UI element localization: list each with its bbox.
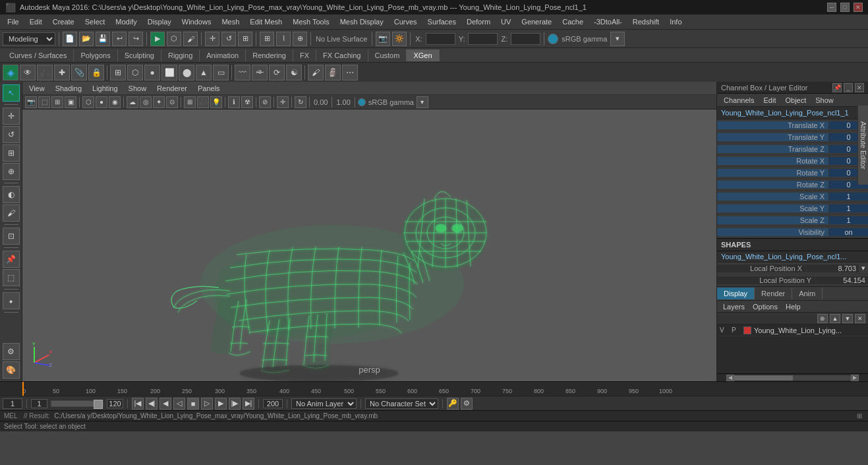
lt-region-btn[interactable]: ⬚: [3, 269, 20, 286]
ch-object-menu[interactable]: Object: [781, 95, 810, 106]
shelf-wave-btn[interactable]: 〰: [235, 65, 250, 80]
char-set-select[interactable]: No Character Set: [365, 398, 438, 409]
scrollbar-thumb[interactable]: [734, 375, 793, 381]
lm-options[interactable]: Options: [749, 302, 781, 311]
scrollbar-track[interactable]: [734, 375, 851, 381]
cb-pin-btn[interactable]: 📌: [832, 83, 842, 92]
playback-range-bar[interactable]: [51, 400, 103, 407]
tab-polygons[interactable]: Polygons: [74, 49, 117, 61]
vp-manip-btn[interactable]: ✛: [277, 96, 289, 108]
vp-light-btn[interactable]: 💡: [210, 96, 222, 108]
local-pos-x-value[interactable]: 8.703: [806, 264, 859, 272]
pb-go-end-btn[interactable]: ▶|: [243, 398, 254, 410]
shelf-bend-btn[interactable]: ⟳: [269, 65, 285, 80]
ipr-render-btn[interactable]: 🔆: [392, 32, 407, 46]
vp-shading-menu[interactable]: Shading: [51, 84, 86, 93]
menu-cache[interactable]: Cache: [558, 16, 588, 27]
playback-range-thumb[interactable]: [94, 400, 103, 409]
redo-btn[interactable]: ↪: [129, 32, 143, 46]
vp-refresh-btn[interactable]: ↻: [295, 96, 306, 108]
select-tool-btn[interactable]: ▶: [150, 32, 165, 46]
pb-stop-btn[interactable]: ■: [187, 398, 199, 410]
menu-display[interactable]: Display: [143, 16, 176, 27]
workspace-selector[interactable]: Modeling: [3, 32, 55, 46]
menu-select[interactable]: Select: [80, 16, 110, 27]
lt-universal-btn[interactable]: ⊕: [3, 163, 20, 180]
shelf-plane-btn[interactable]: ▭: [213, 65, 229, 80]
pb-next-frame-btn[interactable]: ▶: [215, 398, 227, 410]
vp-panels-menu[interactable]: Panels: [194, 84, 224, 93]
shelf-twist-btn[interactable]: ☯: [286, 65, 302, 80]
undo-btn[interactable]: ↩: [112, 32, 127, 46]
shelf-grid-btn[interactable]: ⊞: [110, 65, 126, 80]
menu-create[interactable]: Create: [48, 16, 79, 27]
lt-move-btn[interactable]: ✛: [3, 108, 20, 125]
lt-rotate-btn[interactable]: ↺: [3, 126, 20, 143]
menu-mesh-tools[interactable]: Mesh Tools: [288, 16, 333, 27]
snap-grid-btn[interactable]: ⊞: [260, 32, 274, 46]
move-tool-btn[interactable]: ✛: [205, 32, 219, 46]
tab-animation[interactable]: Animation: [200, 49, 246, 61]
scale-y-value[interactable]: 1: [828, 204, 868, 212]
anim-layer-select[interactable]: No Anim Layer: [291, 398, 357, 409]
local-pos-y-value[interactable]: 54.154: [815, 276, 868, 284]
shelf-deform-btn[interactable]: ⬲: [252, 65, 268, 80]
pb-prev-key-btn[interactable]: ◀|: [146, 398, 158, 410]
vp-renderer-menu[interactable]: Renderer: [153, 84, 191, 93]
shelf-cube-btn[interactable]: ⬜: [161, 65, 177, 80]
menu-deform[interactable]: Deform: [462, 16, 495, 27]
layer-color-swatch[interactable]: [743, 326, 751, 334]
pb-play-fwd-btn[interactable]: ▷: [201, 398, 213, 410]
y-input[interactable]: [468, 33, 498, 45]
layer-new-btn[interactable]: ⊕: [817, 314, 828, 323]
menu-3dto[interactable]: -3DtoAll-: [589, 16, 627, 27]
vp-gate-mask-btn[interactable]: ▣: [65, 96, 76, 108]
pb-go-start-btn[interactable]: |◀: [132, 398, 144, 410]
tab-fx[interactable]: FX: [293, 49, 316, 61]
render-view-btn[interactable]: 📷: [376, 32, 390, 46]
channel-box-scrollbar[interactable]: ◀ ▶: [717, 373, 868, 381]
lm-help[interactable]: Help: [782, 302, 804, 311]
timeline-ticks[interactable]: 0 50 100 150 200 250 300 350 400 450 500…: [0, 382, 868, 396]
pb-prev-frame-btn[interactable]: ◀: [159, 398, 171, 410]
shelf-eye-btn[interactable]: 👁: [20, 65, 36, 80]
vp-show-menu[interactable]: Show: [125, 84, 151, 93]
vp-view-menu[interactable]: View: [25, 84, 49, 93]
cb-minimize-btn[interactable]: _: [844, 83, 853, 92]
anim-end-input[interactable]: [263, 399, 283, 408]
tab-rendering[interactable]: Rendering: [246, 49, 293, 61]
vp-wireframe-btn[interactable]: ⬡: [82, 96, 94, 108]
lt-paint-btn[interactable]: 🖌: [3, 204, 20, 222]
snap-point-btn[interactable]: ⊕: [293, 32, 307, 46]
lasso-select-btn[interactable]: ⬡: [167, 32, 181, 46]
shelf-add-btn[interactable]: ✚: [54, 65, 70, 80]
ch-show-menu[interactable]: Show: [811, 95, 838, 106]
tab-custom[interactable]: Custom: [368, 49, 407, 61]
z-input[interactable]: [511, 33, 540, 45]
menu-edit-mesh[interactable]: Edit Mesh: [245, 16, 287, 27]
vp-dof-btn[interactable]: ⊙: [166, 96, 178, 108]
vp-filmgate-btn[interactable]: ⬚: [38, 96, 50, 108]
maximize-button[interactable]: □: [840, 3, 850, 12]
shelf-cone-btn[interactable]: ▲: [196, 65, 212, 80]
menu-file[interactable]: File: [3, 16, 24, 27]
menu-surfaces[interactable]: Surfaces: [423, 16, 461, 27]
vp-colorspace-expand[interactable]: ▾: [417, 96, 428, 108]
visibility-value[interactable]: on: [828, 228, 868, 236]
open-file-btn[interactable]: 📂: [79, 32, 94, 46]
menu-redshift[interactable]: Redshift: [628, 16, 664, 27]
minimize-button[interactable]: ─: [827, 3, 836, 12]
vp-lighting-menu[interactable]: Lighting: [88, 84, 122, 93]
menu-windows[interactable]: Windows: [177, 16, 216, 27]
pb-next-key-btn[interactable]: |▶: [229, 398, 241, 410]
close-button[interactable]: ✕: [854, 3, 863, 12]
paint-select-btn[interactable]: 🖌: [183, 32, 198, 46]
vp-ao-btn[interactable]: ◎: [140, 96, 152, 108]
vp-grid-toggle-btn[interactable]: ⊞: [184, 96, 196, 108]
lt-sculpt-btn[interactable]: ⬥: [3, 292, 20, 309]
menu-mesh-display[interactable]: Mesh Display: [335, 16, 388, 27]
current-frame-input[interactable]: [3, 398, 22, 409]
range-end-input[interactable]: [107, 399, 123, 408]
layer-move-dn-btn[interactable]: ▼: [842, 314, 853, 323]
attribute-editor-tab[interactable]: Attribute Editor: [857, 106, 868, 185]
